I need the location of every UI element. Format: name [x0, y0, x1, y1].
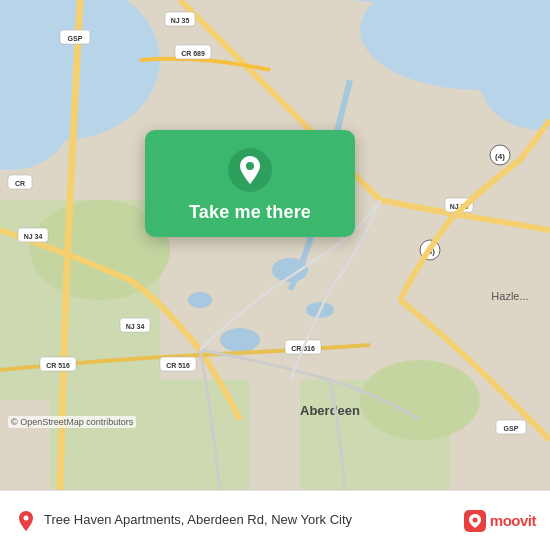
- svg-text:CR 689: CR 689: [181, 50, 205, 57]
- svg-text:CR 516: CR 516: [46, 362, 70, 369]
- moovit-logo-icon: [464, 510, 486, 532]
- copyright-text: © OpenStreetMap contributors: [8, 416, 136, 428]
- svg-point-44: [246, 162, 254, 170]
- svg-text:(4): (4): [495, 152, 505, 161]
- svg-text:GSP: GSP: [68, 35, 83, 42]
- location-text: Tree Haven Apartments, Aberdeen Rd, New …: [44, 512, 464, 529]
- svg-text:Hazle...: Hazle...: [491, 290, 528, 302]
- svg-text:NJ 34: NJ 34: [126, 323, 145, 330]
- svg-text:NJ 34: NJ 34: [24, 233, 43, 240]
- popup-label: Take me there: [189, 202, 311, 223]
- popup-card[interactable]: Take me there: [145, 130, 355, 237]
- svg-text:NJ 35: NJ 35: [171, 17, 190, 24]
- svg-point-45: [24, 515, 29, 520]
- location-pin-red-icon: [14, 509, 38, 533]
- location-pin-icon: [228, 148, 272, 192]
- moovit-logo: moovit: [464, 510, 536, 532]
- svg-text:CR: CR: [15, 180, 25, 187]
- svg-text:CR 516: CR 516: [166, 362, 190, 369]
- svg-text:Aberdeen: Aberdeen: [300, 403, 360, 418]
- svg-text:GSP: GSP: [504, 425, 519, 432]
- svg-rect-11: [50, 380, 250, 490]
- bottom-bar: Tree Haven Apartments, Aberdeen Rd, New …: [0, 490, 550, 550]
- svg-point-47: [472, 517, 477, 522]
- map-container: GSP NJ 35 CR 689 NJ 34 NJ 34 NJ 36 CR 51…: [0, 0, 550, 490]
- svg-point-14: [360, 360, 480, 440]
- moovit-logo-text: moovit: [490, 512, 536, 529]
- svg-point-8: [220, 328, 260, 352]
- svg-point-9: [188, 292, 212, 308]
